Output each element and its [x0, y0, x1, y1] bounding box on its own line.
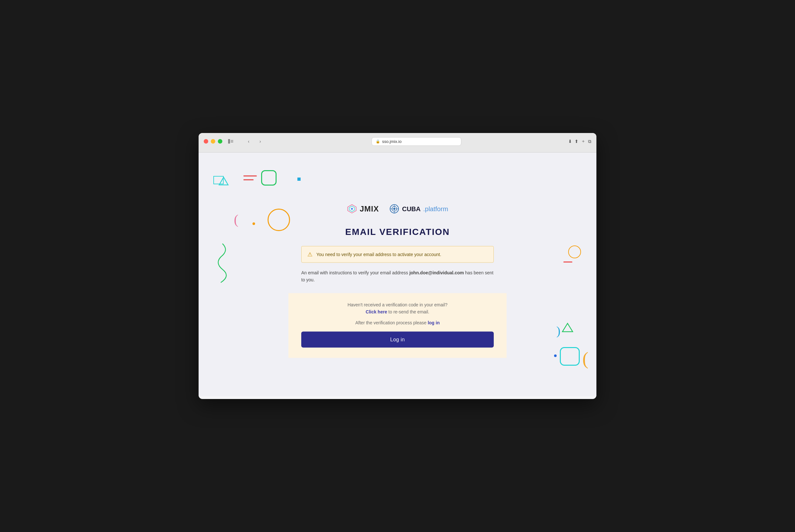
back-button[interactable]: ‹ — [244, 137, 253, 146]
svg-point-10 — [351, 208, 353, 210]
svg-rect-1 — [231, 140, 233, 141]
cuba-logo: CUBA.platform — [389, 204, 448, 214]
jmix-logo: JMIX — [347, 204, 379, 214]
address-bar-container: 🔒 sso.jmix.io — [269, 137, 564, 146]
decor-triangle-green-r — [562, 323, 573, 334]
url-text: sso.jmix.io — [382, 139, 402, 144]
user-email: john.doe@individual.com — [409, 270, 464, 275]
address-bar[interactable]: 🔒 sso.jmix.io — [372, 137, 461, 146]
svg-marker-4 — [219, 177, 228, 185]
tab-bar — [204, 149, 591, 152]
svg-marker-7 — [562, 323, 573, 332]
decor-circle-orange — [268, 209, 290, 231]
logos-area: JMIX CUBA.platform — [301, 204, 494, 214]
info-prefix: An email with instructions to verify you… — [301, 270, 409, 275]
svg-rect-2 — [231, 141, 233, 142]
new-tab-icon[interactable]: ＋ — [581, 138, 585, 144]
resend-text: Haven't received a verification code in … — [301, 302, 494, 307]
svg-rect-0 — [228, 139, 230, 144]
login-button[interactable]: Log in — [301, 331, 494, 347]
warning-icon: ⚠ — [307, 251, 312, 258]
lock-icon: 🔒 — [376, 139, 380, 144]
download-icon[interactable]: ⬇ — [568, 139, 572, 144]
page-content: ( ) ( — [199, 153, 596, 396]
browser-actions: ⬇ ⬆ ＋ ⧉ — [568, 138, 591, 144]
decor-paren-pink: ( — [234, 212, 238, 227]
decor-dot-blue-top — [297, 177, 301, 181]
resend-prompt: Haven't received a verification code in … — [347, 302, 448, 307]
decor-lines-red — [243, 173, 259, 184]
maximize-button[interactable] — [218, 139, 222, 144]
login-prompt: After the verification process please lo… — [301, 320, 494, 325]
alert-message: You need to verify your email address to… — [316, 252, 441, 257]
platform-label: .platform — [423, 205, 448, 212]
cuba-label: CUBA — [402, 205, 421, 212]
resend-action-text: Click here to re-send the email. — [301, 309, 494, 314]
after-verification-prefix: After the verification process please — [356, 320, 428, 325]
share-icon[interactable]: ⬆ — [575, 139, 578, 144]
resend-suffix: to re-send the email. — [387, 309, 430, 314]
browser-nav: ‹ › — [244, 137, 265, 146]
sidebar-toggle[interactable] — [226, 137, 235, 146]
jmix-icon — [347, 204, 357, 214]
log-in-inline-link[interactable]: log in — [428, 320, 439, 325]
click-here-link[interactable]: Click here — [366, 309, 387, 314]
traffic-lights — [204, 139, 222, 144]
decor-dot-orange — [252, 223, 255, 225]
minimize-button[interactable] — [211, 139, 215, 144]
cuba-icon — [389, 204, 399, 214]
page-title: EMAIL VERIFICATION — [301, 227, 494, 237]
decor-squiggle-green — [213, 241, 231, 287]
card-top: JMIX CUBA.platform EMAIL V — [288, 191, 507, 293]
tabs-icon[interactable]: ⧉ — [588, 139, 591, 144]
decor-paren-orange-br: ( — [582, 348, 589, 369]
forward-button[interactable]: › — [256, 137, 265, 146]
browser-window: ‹ › 🔒 sso.jmix.io ⬇ ⬆ ＋ ⧉ — [199, 133, 596, 399]
alert-box: ⚠ You need to verify your email address … — [301, 246, 494, 263]
decor-line-red-r — [563, 262, 572, 263]
decor-triangle-teal — [214, 176, 223, 184]
main-card: JMIX CUBA.platform EMAIL V — [288, 191, 507, 358]
jmix-label: JMIX — [360, 205, 379, 213]
card-bottom: Haven't received a verification code in … — [288, 293, 507, 358]
info-text: An email with instructions to verify you… — [301, 269, 494, 284]
decor-rounded-sq-teal-br — [560, 347, 580, 366]
decor-rounded-sq-green — [261, 170, 276, 186]
browser-chrome: ‹ › 🔒 sso.jmix.io ⬇ ⬆ ＋ ⧉ — [199, 133, 596, 153]
svg-rect-3 — [231, 142, 233, 142]
decor-circle-orange-r — [568, 246, 581, 258]
decor-dot-blue-br — [554, 355, 557, 357]
decor-paren-teal-r: ) — [556, 324, 560, 338]
close-button[interactable] — [204, 139, 208, 144]
